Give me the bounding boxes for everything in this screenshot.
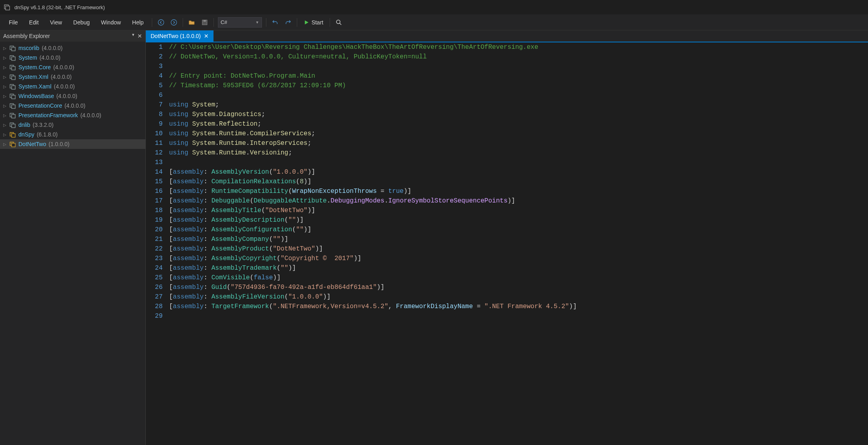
expander-icon[interactable]: ▷ — [3, 46, 7, 50]
menu-edit[interactable]: Edit — [24, 17, 44, 28]
code-text[interactable]: using System.Runtime.InteropServices; — [168, 138, 311, 148]
code-text[interactable]: using System; — [168, 100, 219, 110]
code-line: 2// DotNetTwo, Version=1.0.0.0, Culture=… — [146, 52, 868, 62]
code-text[interactable]: // C:\Users\User\Desktop\Reversing Chall… — [168, 42, 538, 52]
assembly-item[interactable]: ▷mscorlib (4.0.0.0) — [0, 43, 145, 53]
menu-help[interactable]: Help — [127, 17, 149, 28]
code-text[interactable]: [assembly: CompilationRelaxations(8)] — [168, 177, 311, 186]
separator — [183, 18, 183, 27]
code-text[interactable]: [assembly: AssemblyCompany("")] — [168, 235, 288, 244]
start-button[interactable]: Start — [300, 17, 328, 28]
menu-debug[interactable]: Debug — [68, 17, 95, 28]
expander-icon[interactable]: ▷ — [3, 84, 7, 89]
assembly-item[interactable]: ▷System.Xml (4.0.0.0) — [0, 72, 145, 82]
assembly-item[interactable]: ▷PresentationCore (4.0.0.0) — [0, 101, 145, 110]
svg-rect-15 — [12, 76, 15, 80]
undo-button[interactable] — [270, 17, 281, 28]
line-number: 24 — [146, 263, 168, 273]
code-text[interactable]: [assembly: ComVisible(false)] — [168, 273, 280, 283]
expander-icon[interactable]: ▷ — [3, 113, 7, 118]
assembly-item[interactable]: ▷System.Core (4.0.0.0) — [0, 62, 145, 72]
assembly-icon — [10, 122, 16, 128]
code-text[interactable]: // Timestamp: 5953FED6 (6/28/2017 12:09:… — [168, 81, 346, 90]
assembly-item[interactable]: ▷dnSpy (6.1.8.0) — [0, 130, 145, 139]
code-text[interactable]: using System.Runtime.Versioning; — [168, 148, 292, 158]
search-button[interactable] — [333, 17, 344, 28]
line-number: 22 — [146, 244, 168, 254]
code-text[interactable]: [assembly: AssemblyDescription("")] — [168, 215, 304, 225]
tab-active[interactable]: DotNetTwo (1.0.0.0) ✕ — [146, 30, 213, 42]
tab-close-icon[interactable]: ✕ — [204, 33, 209, 39]
assembly-version: (4.0.0.0) — [64, 102, 85, 109]
expander-icon[interactable]: ▷ — [3, 142, 7, 146]
code-line: 24[assembly: AssemblyTrademark("")] — [146, 263, 868, 273]
code-text[interactable]: [assembly: AssemblyVersion("1.0.0.0")] — [168, 167, 315, 177]
code-text[interactable]: // Entry point: DotNetTwo.Program.Main — [168, 71, 315, 81]
open-button[interactable] — [186, 17, 197, 28]
code-text[interactable]: [assembly: AssemblyFileVersion("1.0.0.0"… — [168, 292, 330, 302]
tab-bar: DotNetTwo (1.0.0.0) ✕ — [146, 30, 868, 42]
code-text[interactable]: [assembly: AssemblyCopyright("Copyright … — [168, 254, 361, 263]
code-text[interactable]: [assembly: AssemblyConfiguration("")] — [168, 225, 311, 235]
language-combo[interactable]: C# ▼ — [218, 17, 262, 28]
separator — [266, 18, 266, 27]
expander-icon[interactable]: ▷ — [3, 94, 7, 98]
line-number: 21 — [146, 235, 168, 244]
code-text[interactable]: using System.Diagnostics; — [168, 110, 265, 119]
separator — [152, 18, 152, 27]
menu-view[interactable]: View — [44, 17, 68, 28]
code-line: 3 — [146, 62, 868, 71]
code-text[interactable]: using System.Runtime.CompilerServices; — [168, 129, 315, 138]
expander-icon[interactable]: ▷ — [3, 65, 7, 70]
redo-button[interactable] — [282, 17, 294, 28]
line-number: 15 — [146, 177, 168, 186]
assembly-item[interactable]: ▷dnlib (3.3.2.0) — [0, 120, 145, 130]
expander-icon[interactable]: ▷ — [3, 132, 7, 137]
nav-forward-button[interactable] — [168, 17, 179, 28]
code-line: 26[assembly: Guid("757d4936-fa70-492a-a1… — [146, 283, 868, 292]
code-text[interactable] — [168, 158, 173, 167]
code-text[interactable]: [assembly: Debuggable(DebuggableAttribut… — [168, 196, 515, 206]
code-text[interactable]: [assembly: AssemblyTitle("DotNetTwo")] — [168, 206, 315, 215]
assembly-item[interactable]: ▷System.Xaml (4.0.0.0) — [0, 82, 145, 91]
assembly-tree[interactable]: ▷mscorlib (4.0.0.0)▷System (4.0.0.0)▷Sys… — [0, 42, 145, 150]
assembly-item[interactable]: ▷DotNetTwo (1.0.0.0) — [0, 139, 145, 149]
code-text[interactable]: using System.Reflection; — [168, 119, 261, 129]
menu-file[interactable]: File — [3, 17, 24, 28]
assembly-icon — [10, 83, 16, 90]
assembly-item[interactable]: ▷PresentationFramework (4.0.0.0) — [0, 110, 145, 120]
line-number: 23 — [146, 254, 168, 263]
nav-back-button[interactable] — [155, 17, 167, 28]
code-text[interactable]: [assembly: AssemblyTrademark("")] — [168, 263, 296, 273]
code-text[interactable]: // DotNetTwo, Version=1.0.0.0, Culture=n… — [168, 52, 427, 62]
code-text[interactable]: [assembly: AssemblyProduct("DotNetTwo")] — [168, 244, 323, 254]
assembly-item[interactable]: ▷System (4.0.0.0) — [0, 53, 145, 62]
line-number: 8 — [146, 110, 168, 119]
expander-icon[interactable]: ▷ — [3, 56, 7, 60]
assembly-version: (4.0.0.0) — [40, 54, 60, 61]
line-number: 16 — [146, 186, 168, 196]
separator — [297, 18, 297, 27]
assembly-icon — [10, 54, 16, 61]
code-text[interactable] — [168, 90, 173, 100]
code-text[interactable]: [assembly: Guid("757d4936-fa70-492a-a1fd… — [168, 283, 385, 292]
assembly-version: (4.0.0.0) — [81, 112, 101, 118]
code-text[interactable] — [168, 62, 173, 71]
expander-icon[interactable]: ▷ — [3, 75, 7, 79]
expander-icon[interactable]: ▷ — [3, 104, 7, 108]
line-number: 11 — [146, 138, 168, 148]
line-number: 1 — [146, 42, 168, 52]
svg-rect-1 — [6, 6, 10, 10]
code-text[interactable] — [168, 311, 173, 321]
save-button[interactable] — [199, 17, 210, 28]
panel-menu-icon[interactable]: ▼ — [131, 33, 135, 39]
expander-icon[interactable]: ▷ — [3, 123, 7, 127]
assembly-icon — [10, 102, 16, 109]
menu-window[interactable]: Window — [95, 17, 127, 28]
assembly-item[interactable]: ▷WindowsBase (4.0.0.0) — [0, 91, 145, 101]
code-text[interactable]: [assembly: RuntimeCompatibility(WrapNonE… — [168, 186, 411, 196]
code-editor[interactable]: 1// C:\Users\User\Desktop\Reversing Chal… — [146, 42, 868, 445]
code-text[interactable]: [assembly: TargetFramework(".NETFramewor… — [168, 302, 577, 311]
panel-close-icon[interactable]: ✕ — [137, 33, 142, 39]
line-number: 20 — [146, 225, 168, 235]
